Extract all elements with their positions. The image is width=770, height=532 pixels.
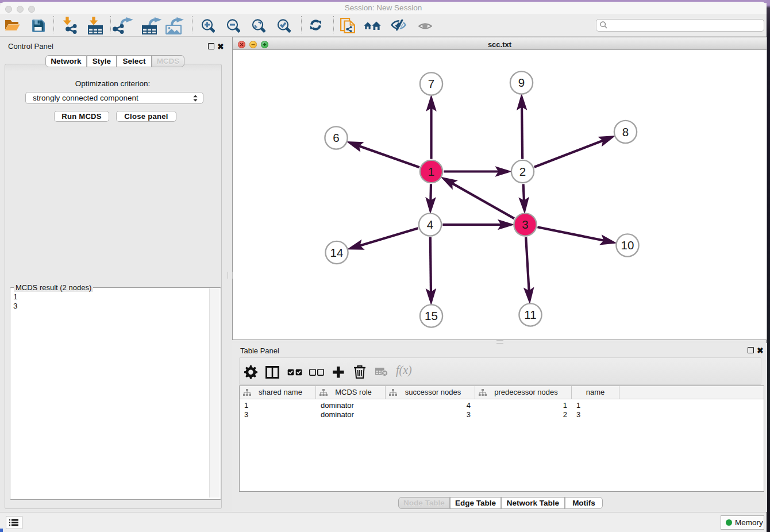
svg-text:7: 7 bbox=[428, 77, 434, 90]
svg-text:14: 14 bbox=[330, 246, 344, 259]
svg-text:3: 3 bbox=[522, 218, 528, 231]
svg-text:11: 11 bbox=[524, 308, 536, 321]
svg-text:15: 15 bbox=[425, 309, 438, 322]
svg-text:4: 4 bbox=[427, 218, 433, 231]
svg-text:8: 8 bbox=[622, 125, 629, 138]
svg-text:6: 6 bbox=[333, 131, 339, 144]
svg-text:1: 1 bbox=[428, 165, 434, 178]
svg-text:9: 9 bbox=[518, 76, 525, 89]
svg-text:2: 2 bbox=[519, 165, 526, 178]
svg-text:10: 10 bbox=[621, 238, 634, 252]
